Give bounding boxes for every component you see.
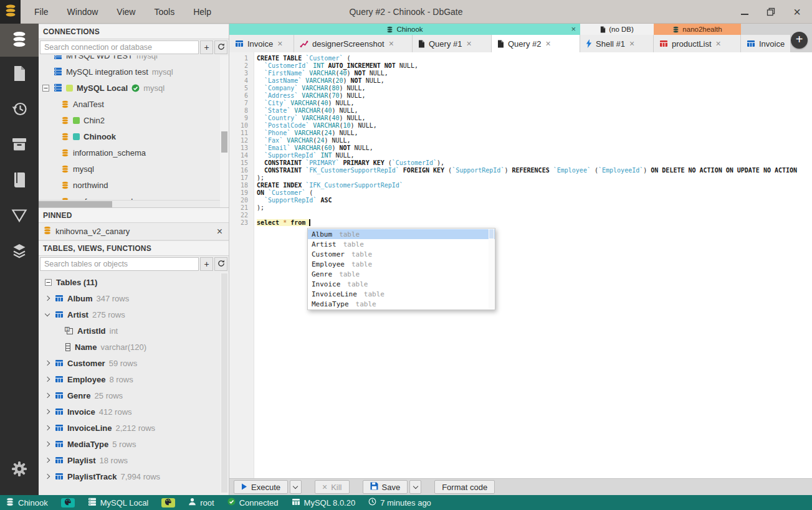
table-item[interactable]: Album347 rows (39, 290, 220, 306)
close-tab-icon[interactable]: × (389, 39, 394, 49)
new-tab-button[interactable]: + (791, 32, 808, 49)
tab-group-header[interactable]: (no DB) (580, 24, 654, 35)
refresh-tables-button[interactable] (214, 257, 227, 271)
tab-shell-1[interactable]: Shell #1× (580, 35, 654, 52)
code-line[interactable]: `State` VARCHAR(40) NULL, (257, 107, 812, 115)
tab-group-header[interactable]: Chinook× (229, 24, 580, 35)
table-item[interactable]: Artist275 rows (39, 306, 220, 323)
chevron-right-icon[interactable] (45, 296, 50, 301)
autocomplete-item[interactable]: Albumtable (308, 229, 495, 239)
connection-database-item[interactable]: northwind (39, 177, 220, 193)
close-tab-icon[interactable]: × (716, 39, 721, 49)
collapse-box-icon[interactable] (44, 279, 52, 286)
tables-root-item[interactable]: Tables (11) (39, 274, 220, 290)
menu-help[interactable]: Help (193, 7, 211, 17)
autocomplete-scrollbar[interactable] (489, 229, 494, 309)
chevron-right-icon[interactable] (45, 409, 50, 414)
tab-group-header[interactable]: nano2health (654, 24, 741, 35)
code-line[interactable]: `Email` VARCHAR(60) NOT NULL, (257, 144, 812, 152)
restore-button[interactable] (766, 7, 776, 17)
rail-item-favorites[interactable] (0, 163, 39, 199)
close-button[interactable]: × (792, 7, 802, 17)
rail-item-history[interactable] (0, 92, 39, 128)
autocomplete-item[interactable]: MediaTypetable (308, 299, 495, 309)
code-line[interactable]: select * from (257, 219, 812, 227)
minimize-button[interactable] (740, 7, 750, 17)
menu-file[interactable]: File (34, 7, 49, 17)
close-tab-icon[interactable]: × (629, 39, 634, 49)
code-line[interactable]: `CustomerId` INT AUTO_INCREMENT NOT NULL… (257, 62, 812, 70)
database-color-swatch[interactable] (61, 498, 75, 508)
rail-item-plugins[interactable] (0, 234, 39, 270)
code-line[interactable]: CREATE TABLE `Customer` ( (257, 55, 812, 62)
add-connection-button[interactable]: + (200, 40, 213, 54)
rail-item-database[interactable] (0, 24, 39, 57)
tables-search-input[interactable] (40, 257, 199, 271)
close-tab-icon[interactable]: × (545, 39, 550, 49)
kill-button[interactable]: × Kill (315, 480, 350, 494)
connections-vertical-scrollbar[interactable] (220, 55, 229, 207)
autocomplete-item[interactable]: Employeetable (308, 259, 495, 269)
connection-server-item[interactable]: MYSQL WD TESTmysql (39, 55, 220, 64)
code-line[interactable]: `PostalCode` VARCHAR(10) NULL, (257, 122, 812, 130)
statusbar-status[interactable]: Connected (227, 498, 279, 508)
code-line[interactable]: CONSTRAINT `PRIMARY` PRIMARY KEY (`Custo… (257, 159, 812, 167)
menu-window[interactable]: Window (67, 7, 98, 17)
chevron-down-icon[interactable] (45, 311, 50, 316)
tab-query-1[interactable]: Query #1× (413, 35, 492, 52)
scrollbar-thumb[interactable] (489, 229, 494, 238)
connection-database-item[interactable]: information_schema (39, 144, 220, 161)
close-group-icon[interactable]: × (571, 24, 576, 34)
chevron-right-icon[interactable] (45, 361, 50, 366)
collapse-box-icon[interactable] (42, 85, 50, 92)
chevron-right-icon[interactable] (45, 442, 50, 446)
connection-database-item[interactable]: mysql (39, 161, 220, 177)
autocomplete-item[interactable]: Customertable (308, 249, 495, 259)
chevron-right-icon[interactable] (45, 377, 50, 382)
menu-view[interactable]: View (117, 7, 135, 17)
autocomplete-item[interactable]: Artisttable (308, 239, 495, 249)
scrollbar-thumb[interactable] (39, 201, 112, 207)
column-item[interactable]: 1ArtistIdint (39, 323, 220, 339)
tab-productlist[interactable]: productList× (654, 35, 741, 52)
code-line[interactable]: `LastName` VARCHAR(20) NOT NULL, (257, 77, 812, 85)
connections-search-input[interactable] (40, 40, 199, 54)
chevron-right-icon[interactable] (45, 474, 50, 479)
code-line[interactable]: `Address` VARCHAR(70) NULL, (257, 92, 812, 100)
menu-tools[interactable]: Tools (154, 7, 174, 17)
table-item[interactable]: PlaylistTrack7,994 rows (39, 468, 220, 484)
tab-designerscreenshot[interactable]: designerScreenshot× (294, 35, 413, 52)
code-line[interactable]: CREATE INDEX `IFK_CustomerSupportRepId` (257, 182, 812, 189)
connection-database-item[interactable]: Chinook (39, 128, 220, 144)
table-item[interactable]: Genre25 rows (39, 387, 220, 404)
rail-item-files[interactable] (0, 57, 39, 92)
close-tab-icon[interactable]: × (277, 39, 282, 49)
chevron-right-icon[interactable] (45, 393, 50, 398)
connections-horizontal-scrollbar[interactable] (39, 200, 220, 207)
code-line[interactable]: `City` VARCHAR(40) NULL, (257, 100, 812, 107)
pinned-item[interactable]: knihovna_v2_canary × (39, 223, 229, 240)
code-line[interactable]: `Phone` VARCHAR(24) NULL, (257, 130, 812, 137)
sql-editor[interactable]: 1234567891011121314151617181920212223 CR… (229, 52, 812, 478)
code-line[interactable]: `Country` VARCHAR(40) NULL, (257, 115, 812, 122)
rail-item-archive[interactable] (0, 128, 39, 163)
format-code-button[interactable]: Format code (434, 480, 495, 494)
autocomplete-item[interactable]: Invoicetable (308, 279, 495, 289)
refresh-connections-button[interactable] (214, 40, 227, 54)
connection-server-item[interactable]: MySQL integration testmysql (39, 64, 220, 80)
statusbar-database[interactable]: Chinook (6, 498, 48, 508)
statusbar-refresh-time[interactable]: 7 minutes ago (368, 498, 431, 508)
autocomplete-item[interactable]: InvoiceLinetable (308, 289, 495, 299)
rail-item-query-designer[interactable] (0, 199, 39, 234)
save-button[interactable]: Save (363, 480, 408, 494)
table-item[interactable]: Employee8 rows (39, 371, 220, 387)
save-dropdown-button[interactable] (409, 480, 421, 494)
chevron-right-icon[interactable] (45, 458, 50, 463)
code-line[interactable] (257, 212, 812, 219)
table-item[interactable]: MediaType5 rows (39, 436, 220, 452)
scrollbar-thumb[interactable] (221, 131, 227, 153)
chevron-right-icon[interactable] (45, 425, 50, 430)
code-line[interactable]: CONSTRAINT `FK_CustomerSupportRepId` FOR… (257, 167, 812, 174)
code-line[interactable]: `Company` VARCHAR(80) NULL, (257, 85, 812, 92)
column-item[interactable]: Namevarchar(120) (39, 339, 220, 355)
